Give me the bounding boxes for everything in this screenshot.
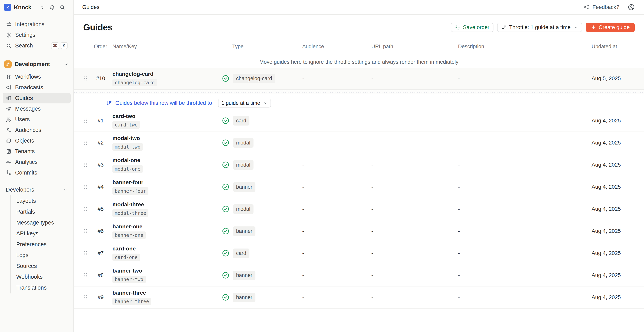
guide-row[interactable]: #5 modal-three modal-three modal - - - A… [74, 198, 644, 220]
topbar: Guides Feedback? [74, 0, 644, 15]
developers-subnav-label: Translations [16, 284, 47, 291]
sidebar-item-label: Commits [15, 169, 37, 176]
column-name-key: Name/Key [112, 44, 232, 50]
drag-handle[interactable] [83, 272, 89, 278]
drag-handle[interactable] [83, 294, 89, 300]
guide-type-badge: modal [233, 160, 254, 170]
drop-zone-strip [74, 90, 644, 94]
guide-order: #6 [94, 228, 112, 234]
guide-row[interactable]: #6 banner-one banner-one banner - - - Au… [74, 220, 644, 242]
guide-row[interactable]: #10 changelog-card changelog-card change… [74, 68, 644, 90]
guide-name-cell: modal-two modal-two [112, 135, 232, 151]
guide-audience: - [302, 75, 371, 82]
drag-handle[interactable] [83, 206, 89, 212]
developers-subnav-item[interactable]: Preferences [11, 239, 73, 250]
guide-row[interactable]: #8 banner-two banner-two banner - - - Au… [74, 264, 644, 286]
sidebar-item-label: Search [15, 43, 33, 49]
guide-row[interactable]: #9 banner-three banner-three banner - - … [74, 286, 644, 308]
sidebar-item-broadcasts[interactable]: Broadcasts [3, 82, 71, 93]
guide-url-path: - [371, 162, 458, 168]
sidebar-item-tenants[interactable]: Tenants [3, 146, 71, 157]
developers-subnav-item[interactable]: Partials [11, 206, 73, 217]
status-active-icon [222, 139, 230, 147]
building-icon [6, 149, 12, 154]
sidebar-item-integrations[interactable]: Integrations [3, 19, 71, 30]
status-active-icon [222, 205, 230, 213]
guide-name-cell: changelog-card changelog-card [112, 71, 232, 86]
drag-handle[interactable] [83, 250, 89, 256]
chevron-down-icon [63, 187, 68, 192]
throttle-amount-select[interactable]: 1 guide at a time [218, 99, 271, 108]
save-order-button[interactable]: Save order [451, 23, 494, 32]
guide-key-badge: card-two [112, 121, 140, 129]
developers-subnav-item[interactable]: Logs [11, 250, 73, 260]
guide-name: banner-three [112, 289, 146, 296]
guide-url-path: - [371, 294, 458, 300]
main-area: Guides Feedback? Guides [74, 0, 644, 332]
guide-description: - [458, 294, 592, 300]
sidebar-item-analytics[interactable]: Analytics [3, 157, 71, 167]
sidebar-item-messages[interactable]: Messages [3, 103, 71, 114]
guide-name: banner-one [112, 223, 142, 230]
commit-graph-icon [6, 170, 12, 176]
guide-order: #4 [94, 184, 112, 190]
notifications-bell-icon[interactable] [49, 5, 55, 10]
guides-rows: #1 card-two card-two card - - - Aug 4, 2… [74, 110, 644, 308]
guide-type-badge: changelog-card [233, 74, 275, 83]
developers-toggle[interactable]: Developers [0, 185, 73, 195]
drag-handle[interactable] [83, 118, 89, 124]
guide-type-cell: modal [222, 204, 302, 214]
app-root: k Knock Integrations [0, 0, 644, 332]
guide-row[interactable]: #4 banner-four banner-four banner - - - … [74, 176, 644, 198]
sidebar-item-objects[interactable]: Objects [3, 135, 71, 146]
guide-name-cell: banner-three banner-three [112, 289, 232, 305]
guide-url-path: - [371, 228, 458, 234]
developers-subnav-item[interactable]: Layouts [11, 195, 73, 206]
guide-row[interactable]: #3 modal-one modal-one modal - - - Aug 4… [74, 154, 644, 176]
developers-subnav-item[interactable]: API keys [11, 228, 73, 239]
drag-handle[interactable] [83, 140, 89, 146]
workspace-switcher[interactable]: k Knock [0, 0, 73, 15]
developers-subnav-item[interactable]: Sources [11, 260, 73, 271]
guide-name: modal-two [112, 135, 140, 141]
drag-handle[interactable] [83, 184, 89, 190]
sidebar-item-label: Audiences [15, 127, 41, 133]
guide-row[interactable]: #2 modal-two modal-two modal - - - Aug 4… [74, 132, 644, 154]
sidebar-item-label: Users [15, 116, 30, 123]
guide-row[interactable]: #7 card-one card-one card - - - Aug 4, 2… [74, 242, 644, 264]
sidebar-item-commits[interactable]: Commits [3, 167, 71, 178]
breadcrumb: Guides [82, 4, 100, 10]
sidebar-item-settings[interactable]: Settings [3, 30, 71, 40]
chevron-down-icon [573, 25, 578, 30]
sidebar-item-audiences[interactable]: Audiences [3, 125, 71, 135]
sidebar-item-search[interactable]: Search ⌘ K [3, 40, 71, 51]
drag-handle[interactable] [83, 228, 89, 234]
developers-subnav-label: API keys [16, 230, 38, 237]
throttle-dropdown[interactable]: Throttle: 1 guide at a time [497, 23, 582, 32]
sidebar-item-workflows[interactable]: Workflows [3, 72, 71, 82]
sidebar-item-guides[interactable]: Guides [3, 93, 71, 103]
page-header: Guides Save order Throttle: 1 guide at a… [83, 23, 635, 32]
developers-subnav-item[interactable]: Message types [11, 217, 73, 228]
environment-switcher[interactable]: Development [3, 59, 71, 69]
user-avatar-icon[interactable] [628, 4, 635, 11]
paper-plane-icon [6, 106, 12, 112]
sidebar-item-users[interactable]: Users [3, 114, 71, 125]
guide-row[interactable]: #1 card-two card-two card - - - Aug 4, 2… [74, 110, 644, 132]
search-icon[interactable] [60, 5, 65, 10]
drag-handle[interactable] [83, 76, 89, 81]
developers-subnav-item[interactable]: Webhooks [11, 271, 73, 282]
guide-description: - [458, 250, 592, 256]
guide-type-cell: banner [222, 293, 302, 302]
sidebar-item-label: Settings [15, 32, 36, 38]
developers-subnav-item[interactable]: Translations [11, 282, 73, 293]
throttle-divider-link[interactable]: Guides below this row will be throttled … [115, 100, 212, 106]
users-icon [6, 117, 12, 122]
status-active-icon [222, 227, 230, 235]
feedback-button[interactable]: Feedback? [584, 4, 619, 10]
create-guide-button[interactable]: Create guide [586, 23, 635, 32]
collapse-sidebar-icon[interactable] [40, 5, 45, 10]
guide-order: #10 [94, 75, 112, 82]
drag-handle[interactable] [83, 162, 89, 168]
sidebar-item-label: Analytics [15, 159, 38, 165]
